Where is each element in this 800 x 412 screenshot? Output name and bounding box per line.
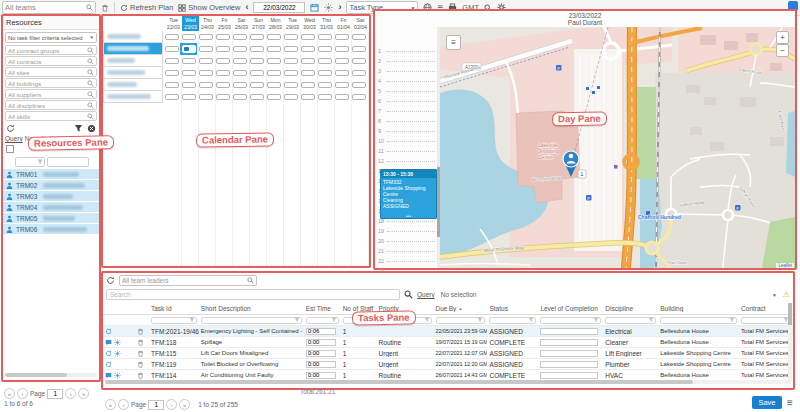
filter-all-disciplines[interactable]: All disciplines [5, 100, 97, 110]
tasks-last-page-button[interactable]: » [179, 399, 190, 410]
est-time-input[interactable] [306, 328, 336, 335]
trash-icon[interactable] [137, 372, 144, 379]
calendar-cell[interactable] [197, 79, 214, 91]
day-task-card[interactable]: 13:30 - 15:30 TFM332 Lakeside Shopping C… [380, 169, 437, 219]
capacity-chip[interactable] [267, 46, 281, 52]
column-header-level-of-completion[interactable]: Level of Completion [538, 305, 603, 312]
calendar-day-header[interactable]: Wed30/03 [301, 16, 318, 31]
column-filter-input[interactable] [151, 317, 197, 324]
tasks-hscrollbar[interactable] [105, 380, 791, 384]
task-row[interactable]: TFM:119Toilet Blocked or Overflowing1Urg… [103, 359, 793, 370]
capacity-chip[interactable] [318, 46, 332, 52]
capacity-chip[interactable] [284, 46, 298, 52]
menu-icon[interactable]: ≡ [787, 397, 793, 408]
calendar-cell[interactable] [197, 31, 214, 43]
calendar-cell[interactable] [180, 67, 197, 79]
capacity-chip[interactable] [165, 58, 179, 64]
calendar-cell[interactable] [265, 55, 282, 67]
calendar-cell[interactable] [333, 43, 350, 55]
calendar-cell[interactable] [282, 55, 299, 67]
capacity-chip[interactable] [216, 34, 230, 40]
id-column-filter[interactable] [15, 157, 45, 167]
calendar-resource-name[interactable] [103, 79, 163, 91]
calendar-cell[interactable] [163, 31, 180, 43]
calendar-cell[interactable] [163, 55, 180, 67]
calendar-cell[interactable] [350, 67, 367, 79]
calendar-day-header[interactable]: Tue22/03 [165, 16, 182, 31]
capacity-chip[interactable] [352, 94, 366, 100]
level-of-completion-input[interactable] [540, 350, 598, 357]
capacity-chip[interactable] [352, 82, 366, 88]
map-canvas[interactable]: PPPP A1306 Thurrock Arterial Rd Lakeside… [440, 27, 795, 268]
capacity-chip[interactable] [352, 34, 366, 40]
team-leaders-filter-input[interactable]: All team leaders [119, 275, 257, 286]
calendar-cell[interactable] [214, 79, 231, 91]
capacity-chip[interactable] [267, 58, 281, 64]
calendar-cell[interactable] [333, 67, 350, 79]
calendar-cell[interactable] [333, 55, 350, 67]
refresh-resources-icon[interactable] [6, 124, 15, 133]
calendar-cell[interactable] [282, 91, 299, 103]
calendar-cell[interactable] [350, 43, 367, 55]
est-time-input[interactable] [306, 339, 336, 346]
capacity-chip[interactable] [267, 82, 281, 88]
capacity-chip[interactable] [284, 94, 298, 100]
trash-icon[interactable] [101, 4, 109, 12]
recurring-icon[interactable] [105, 328, 112, 335]
calendar-day-header[interactable]: Mon28/03 [267, 16, 284, 31]
calendar-resource-name[interactable] [103, 43, 163, 55]
calendar-day-header[interactable]: Sun27/03 [250, 16, 267, 31]
calendar-day-header[interactable]: Fri01/04 [335, 16, 352, 31]
trash-icon[interactable] [137, 328, 144, 335]
capacity-chip[interactable] [335, 34, 349, 40]
capacity-chip[interactable] [301, 46, 315, 52]
level-of-completion-input[interactable] [540, 328, 598, 335]
column-header-discipline[interactable]: Discipline [603, 305, 658, 312]
calendar-cell[interactable] [231, 67, 248, 79]
filter-icon[interactable] [74, 124, 83, 133]
capacity-chip[interactable] [199, 94, 213, 100]
capacity-chip[interactable] [165, 82, 179, 88]
resource-row[interactable]: TRM05 [3, 213, 99, 224]
calendar-cell[interactable] [248, 91, 265, 103]
day-timeline[interactable]: 1234567891011121314151617181920212223 [375, 27, 437, 268]
calendar-cell[interactable] [333, 91, 350, 103]
column-header-task-id[interactable]: Task Id [149, 305, 199, 312]
capacity-chip[interactable] [233, 58, 247, 64]
recurring-icon[interactable] [105, 361, 112, 368]
capacity-chip[interactable] [301, 70, 315, 76]
tasks-first-page-button[interactable]: « [105, 399, 116, 410]
calendar-cell[interactable] [316, 91, 333, 103]
level-of-completion-input[interactable] [540, 339, 598, 346]
calendar-cell[interactable] [180, 91, 197, 103]
refresh-tasks-icon[interactable] [106, 276, 115, 285]
calendar-cell[interactable] [350, 91, 367, 103]
capacity-chip[interactable] [165, 34, 179, 40]
calendar-cell[interactable] [163, 43, 180, 55]
capacity-chip[interactable] [335, 58, 349, 64]
filter-all-sites[interactable]: All sites [5, 67, 97, 77]
resource-row[interactable]: TRM02 [3, 180, 99, 191]
column-header-contract[interactable]: Contract [739, 305, 793, 312]
calendar-cell[interactable] [316, 67, 333, 79]
recurring-icon[interactable] [105, 350, 112, 357]
calendar-cell[interactable] [214, 91, 231, 103]
capacity-chip[interactable] [182, 34, 196, 40]
capacity-chip[interactable] [199, 58, 213, 64]
calendar-cell[interactable] [299, 67, 316, 79]
calendar-cell[interactable] [299, 31, 316, 43]
calendar-cell[interactable] [214, 55, 231, 67]
calendar-cell[interactable] [333, 31, 350, 43]
capacity-chip[interactable] [182, 45, 196, 53]
capacity-chip[interactable] [284, 70, 298, 76]
capacity-chip[interactable] [318, 94, 332, 100]
task-row[interactable]: TFM:118Spillage1Routine19/07/2021 15:19 … [103, 337, 793, 348]
capacity-chip[interactable] [182, 82, 196, 88]
capacity-chip[interactable] [165, 46, 179, 52]
capacity-chip[interactable] [335, 70, 349, 76]
calendar-cell[interactable] [350, 55, 367, 67]
calendar-cell[interactable] [214, 31, 231, 43]
capacity-chip[interactable] [182, 58, 196, 64]
save-button[interactable]: Save [752, 396, 782, 409]
calendar-day-header[interactable]: Sat26/03 [233, 16, 250, 31]
